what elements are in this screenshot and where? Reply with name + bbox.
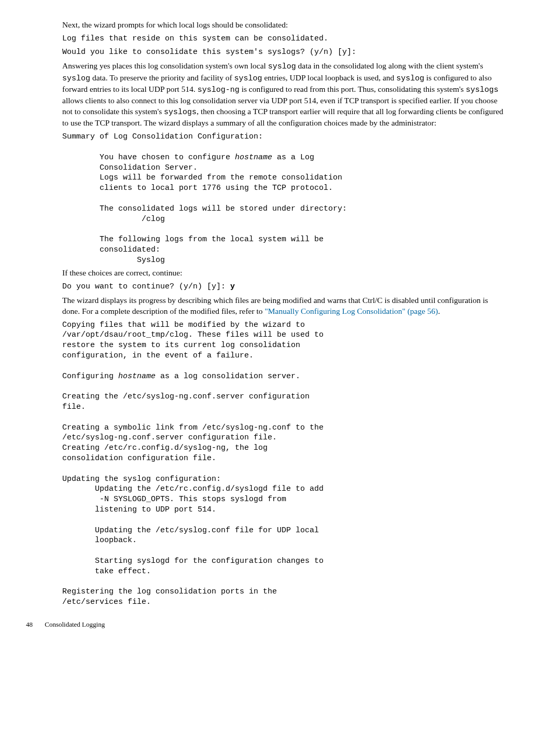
text-fragment: is configured to read from this port. Th… bbox=[240, 85, 466, 93]
output-text: as a log consolidation server. Creating … bbox=[62, 372, 324, 607]
prompt-text: Do you want to continue? (y/n) [y]: bbox=[62, 282, 230, 291]
hostname-placeholder: hostname bbox=[118, 372, 156, 381]
output-block: Copying files that will be modified by t… bbox=[62, 320, 504, 607]
summary-line: as a Log bbox=[272, 153, 314, 162]
inline-code-syslog: syslog bbox=[396, 74, 424, 83]
text-fragment: entries, UDP local loopback is used, and bbox=[262, 73, 397, 82]
summary-line: clients to local port 1776 using the TCP… bbox=[62, 184, 333, 192]
hostname-placeholder: hostname bbox=[235, 153, 272, 162]
summary-line: The consolidated logs will be stored und… bbox=[62, 204, 347, 213]
summary-line: The following logs from the local system… bbox=[62, 235, 324, 244]
inline-code-syslogs: syslogs bbox=[164, 108, 197, 117]
code-line-2: Would you like to consolidate this syste… bbox=[62, 47, 504, 58]
inline-code-syslog: syslog bbox=[268, 62, 296, 71]
summary-line: You have chosen to configure bbox=[62, 153, 235, 162]
inline-code-syslogs: syslogs bbox=[466, 86, 498, 94]
page-footer: 48 Consolidated Logging bbox=[62, 620, 504, 629]
inline-code-syslog: syslog bbox=[62, 74, 90, 83]
summary-line: consolidated: bbox=[62, 245, 160, 254]
summary-line: Summary of Log Consolidation Configurati… bbox=[62, 132, 263, 141]
summary-line: Syslog bbox=[62, 256, 165, 265]
summary-line: Consolidation Server. bbox=[62, 163, 198, 172]
continue-para: If these choices are correct, continue: bbox=[62, 268, 504, 279]
summary-block: Summary of Log Consolidation Configurati… bbox=[62, 132, 504, 265]
text-fragment: Answering yes places this log consolidat… bbox=[62, 61, 268, 70]
explanation-para: Answering yes places this log consolidat… bbox=[62, 61, 504, 129]
text-fragment: data in the consolidated log along with … bbox=[296, 61, 483, 70]
page-number: 48 bbox=[26, 620, 33, 629]
text-fragment: . bbox=[438, 307, 440, 315]
progress-para: The wizard displays its progress by desc… bbox=[62, 295, 504, 317]
user-input-y: y bbox=[230, 282, 235, 291]
continue-prompt: Do you want to continue? (y/n) [y]: y bbox=[62, 282, 504, 292]
manual-config-link[interactable]: "Manually Configuring Log Consolidation"… bbox=[264, 307, 438, 315]
summary-line: Logs will be forwarded from the remote c… bbox=[62, 173, 342, 182]
summary-line: /clog bbox=[62, 215, 165, 224]
inline-code-syslog-ng: syslog-ng bbox=[198, 86, 240, 94]
text-fragment: data. To preserve the priority and facil… bbox=[90, 73, 234, 82]
intro-para: Next, the wizard prompts for which local… bbox=[62, 20, 504, 31]
footer-title: Consolidated Logging bbox=[45, 620, 105, 628]
inline-code-syslog: syslog bbox=[234, 74, 262, 83]
code-line-1: Log files that reside on this system can… bbox=[62, 34, 504, 44]
